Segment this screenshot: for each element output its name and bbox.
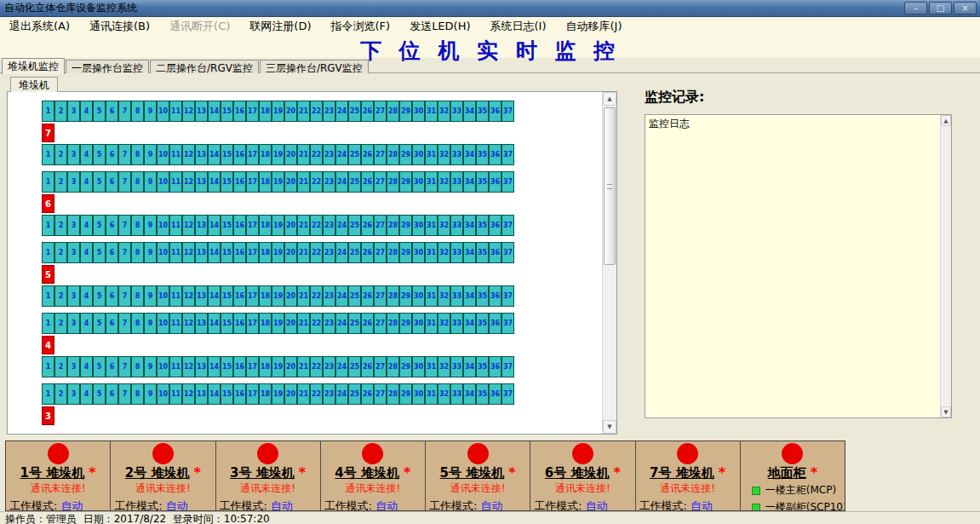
stacker-card: 6号 堆垛机*通讯未连接!工作模式: 自动 [530,441,634,510]
shelf-cell: 24 [335,101,348,122]
scrollbar-thumb[interactable] [604,107,616,265]
alarm-asterisk-icon: * [404,464,410,481]
shelf-cell: 30 [412,144,425,165]
shelf-cell: 18 [259,356,272,377]
shelf-cell: 22 [310,313,323,334]
shelf-cell: 2 [54,383,67,405]
alarm-asterisk-icon: * [614,464,621,481]
shelf-cell: 1 [42,242,54,263]
shelf-cell: 33 [450,215,463,236]
shelf-cell: 19 [272,356,284,377]
shelf-cell: 1 [42,171,54,193]
shelf-cell: 2 [54,242,67,263]
shelf-cell: 5 [93,356,106,377]
shelf-cell: 26 [361,171,374,193]
menu-item[interactable]: 自动移库(J) [560,17,628,36]
menu-item[interactable]: 通讯连接(B) [83,17,156,36]
scroll-up-icon[interactable]: ▲ [941,115,951,126]
shelf-cell: 10 [157,215,169,236]
shelf-cell: 14 [208,171,221,193]
shelf-cell: 20 [284,215,297,236]
shelf-cell: 37 [501,144,514,165]
shelf-cell: 30 [412,215,425,236]
rack-scrollbar[interactable]: ▲ ▼ [602,92,616,434]
tab-inactive[interactable]: 一层操作台监控 [66,60,149,73]
shelf-cell: 25 [348,215,361,236]
stacker-card: 4号 堆垛机*通讯未连接!工作模式: 自动 [320,441,425,510]
shelf-cell: 19 [272,171,284,193]
shelf-cell: 18 [259,171,272,193]
shelf-cell: 8 [131,313,144,334]
shelf-cell: 11 [169,171,182,193]
scroll-up-icon[interactable]: ▲ [603,92,616,106]
shelf-cell: 1 [42,285,54,307]
shelf-cell: 11 [169,101,182,122]
maximize-button[interactable]: □ [929,2,952,14]
stacker-card: 7号 堆垛机*通讯未连接!工作模式: 自动 [635,441,740,510]
menu-item[interactable]: 联网注册(D) [244,17,317,36]
shelf-cell: 26 [361,101,374,122]
shelf-cell: 14 [208,285,221,307]
shelf-cell: 19 [272,144,284,165]
scroll-down-icon[interactable]: ▼ [941,406,951,417]
tab-inactive[interactable]: 三层操作台/RGV监控 [260,60,369,73]
device-name-row: 5号 堆垛机* [440,465,516,481]
shelf-cell: 3 [67,242,80,263]
shelf-cell: 10 [157,356,169,377]
shelf-cell: 15 [221,171,233,193]
shelf-cell: 31 [425,101,438,122]
scroll-down-icon[interactable]: ▼ [603,420,616,434]
shelf-cell: 7 [118,313,131,334]
shelf-cell: 24 [335,144,348,165]
tab-inactive[interactable]: 二层操作台/RGV监控 [150,60,259,73]
menu-item[interactable]: 退出系统(A) [3,17,76,36]
header-strip: 退出系统(A)通讯连接(B)通讯断开(C)联网注册(D)指令浏览(F)发送LED… [0,17,980,58]
shelf-cell: 13 [195,313,208,334]
menu-item: 通讯断开(C) [163,17,236,36]
monitor-log-area[interactable]: 监控日志 ▲ ▼ [645,114,952,418]
shelf-cell: 17 [246,215,259,236]
shelf-cell: 1 [42,144,54,165]
shelf-cell: 14 [208,313,221,334]
shelf-cell: 18 [259,313,272,334]
cabinet-indicator-row: 一楼主柜(MCP) [741,483,836,498]
shelf-cell: 1 [42,101,54,122]
device-name: 地面柜 [768,465,806,481]
shelf-cell: 37 [501,242,514,263]
shelf-cell: 31 [425,383,438,405]
shelf-cell: 28 [387,171,399,193]
device-name: 2号 堆垛机 [125,465,190,481]
shelf-cell: 23 [323,383,335,405]
rack-group: 1234567891011121314151617181920212223242… [42,313,514,377]
shelf-cell: 30 [412,242,425,263]
shelf-cell: 12 [182,144,195,165]
log-scrollbar[interactable]: ▲ ▼ [940,115,951,417]
shelf-cell: 35 [476,313,489,334]
tab-stacker[interactable]: 堆垛机 [10,77,58,92]
shelf-cell: 4 [80,144,93,165]
shelf-cell: 6 [106,144,118,165]
alarm-asterisk-icon: * [299,464,306,481]
shelf-cell: 13 [195,356,208,377]
menu-item[interactable]: 发送LED(H) [404,17,476,36]
shelf-cell: 37 [501,101,514,122]
shelf-cell: 22 [310,242,323,263]
tab-active[interactable]: 堆垛机监控 [2,58,65,74]
menu-item[interactable]: 指令浏览(F) [325,17,397,36]
comm-status-text: 通讯未连接! [660,481,715,496]
shelf-cell: 24 [335,356,348,377]
shelf-cell: 21 [297,356,310,377]
shelf-cell: 35 [476,383,489,405]
close-button[interactable]: × [954,2,977,14]
shelf-cell: 26 [361,356,374,377]
shelf-cell: 3 [67,313,80,334]
aisle-number-marker: 4 [42,336,54,354]
comm-status-text: 通讯未连接! [345,481,400,496]
menu-item[interactable]: 系统日志(I) [484,17,553,36]
shelf-cell: 9 [144,383,157,405]
shelf-cell: 27 [374,383,387,405]
shelf-cell: 13 [195,171,208,193]
shelf-cell: 13 [195,285,208,307]
minimize-button[interactable]: – [904,2,927,14]
shelf-cell: 32 [438,144,450,165]
